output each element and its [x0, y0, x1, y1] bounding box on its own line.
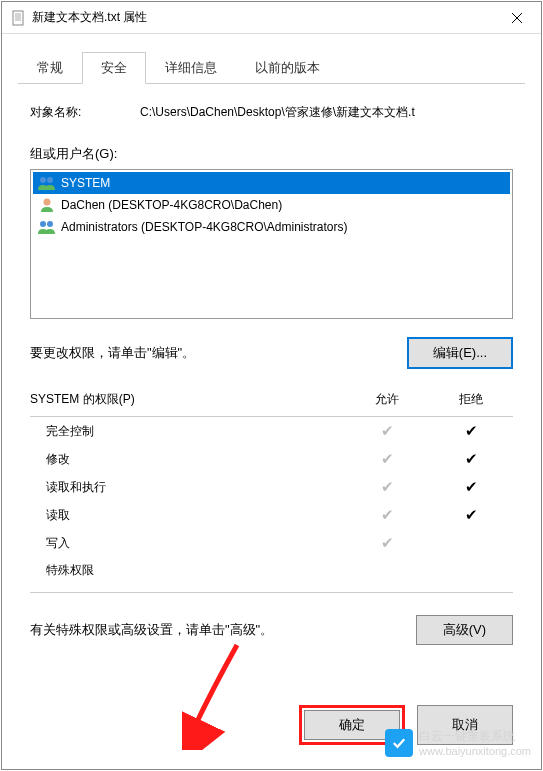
permission-row: 完全控制✔✔	[30, 417, 513, 445]
allow-column-header: 允许	[345, 391, 429, 408]
deny-mark: ✔	[429, 478, 513, 496]
titlebar: 新建文本文档.txt 属性	[2, 2, 541, 34]
dialog-buttons: 确定 取消	[2, 705, 541, 769]
permission-row: 写入✔	[30, 529, 513, 557]
tab-security[interactable]: 安全	[82, 52, 146, 84]
svg-point-10	[40, 221, 46, 227]
permissions-for-label: SYSTEM 的权限(P)	[30, 391, 345, 408]
users-icon	[37, 175, 57, 191]
groups-label: 组或用户名(G):	[30, 145, 513, 163]
permissions-header: SYSTEM 的权限(P) 允许 拒绝	[30, 391, 513, 408]
permission-name: 特殊权限	[46, 562, 345, 579]
advanced-row: 有关特殊权限或高级设置，请单击"高级"。 高级(V)	[30, 615, 513, 645]
divider	[30, 592, 513, 593]
deny-mark: ✔	[429, 422, 513, 440]
object-name-value: C:\Users\DaChen\Desktop\管家速修\新建文本文档.t	[140, 104, 513, 121]
users-icon	[37, 219, 57, 235]
permission-name: 完全控制	[46, 423, 345, 440]
svg-point-9	[44, 199, 51, 206]
object-name-label: 对象名称:	[30, 104, 140, 121]
deny-mark: ✔	[429, 450, 513, 468]
permission-name: 读取和执行	[46, 479, 345, 496]
list-item-label: DaChen (DESKTOP-4KG8CRO\DaChen)	[61, 198, 282, 212]
tab-content: 对象名称: C:\Users\DaChen\Desktop\管家速修\新建文本文…	[2, 84, 541, 705]
object-name-row: 对象名称: C:\Users\DaChen\Desktop\管家速修\新建文本文…	[30, 104, 513, 121]
annotation-highlight: 确定	[299, 705, 405, 745]
tab-general[interactable]: 常规	[18, 52, 82, 84]
list-item-label: SYSTEM	[61, 176, 110, 190]
permission-row: 读取和执行✔✔	[30, 473, 513, 501]
allow-mark: ✔	[345, 506, 429, 524]
permission-name: 修改	[46, 451, 345, 468]
allow-mark: ✔	[345, 478, 429, 496]
ok-button[interactable]: 确定	[304, 710, 400, 740]
list-item-label: Administrators (DESKTOP-4KG8CRO\Administ…	[61, 220, 348, 234]
tab-previous-versions[interactable]: 以前的版本	[236, 52, 339, 84]
window-title: 新建文本文档.txt 属性	[32, 9, 495, 26]
document-icon	[10, 10, 26, 26]
permission-name: 写入	[46, 535, 345, 552]
tabs: 常规 安全 详细信息 以前的版本	[2, 34, 541, 84]
close-button[interactable]	[495, 3, 539, 33]
list-item[interactable]: SYSTEM	[33, 172, 510, 194]
permissions-list: 完全控制✔✔修改✔✔读取和执行✔✔读取✔✔写入✔特殊权限	[30, 417, 513, 584]
svg-point-7	[40, 177, 46, 183]
permission-row: 特殊权限	[30, 557, 513, 584]
deny-column-header: 拒绝	[429, 391, 513, 408]
permission-row: 修改✔✔	[30, 445, 513, 473]
user-icon	[37, 197, 57, 213]
allow-mark: ✔	[345, 450, 429, 468]
allow-mark: ✔	[345, 534, 429, 552]
edit-hint-text: 要更改权限，请单击"编辑"。	[30, 344, 407, 362]
properties-dialog: 新建文本文档.txt 属性 常规 安全 详细信息 以前的版本 对象名称: C:\…	[1, 1, 542, 770]
groups-listbox[interactable]: SYSTEM DaChen (DESKTOP-4KG8CRO\DaChen) A…	[30, 169, 513, 319]
allow-mark: ✔	[345, 422, 429, 440]
svg-point-8	[47, 177, 53, 183]
list-item[interactable]: Administrators (DESKTOP-4KG8CRO\Administ…	[33, 216, 510, 238]
advanced-button[interactable]: 高级(V)	[416, 615, 513, 645]
permission-name: 读取	[46, 507, 345, 524]
edit-button[interactable]: 编辑(E)...	[407, 337, 513, 369]
list-item[interactable]: DaChen (DESKTOP-4KG8CRO\DaChen)	[33, 194, 510, 216]
cancel-button[interactable]: 取消	[417, 705, 513, 745]
tab-details[interactable]: 详细信息	[146, 52, 236, 84]
advanced-hint-text: 有关特殊权限或高级设置，请单击"高级"。	[30, 621, 416, 639]
permission-row: 读取✔✔	[30, 501, 513, 529]
edit-row: 要更改权限，请单击"编辑"。 编辑(E)...	[30, 337, 513, 369]
deny-mark: ✔	[429, 506, 513, 524]
svg-point-11	[47, 221, 53, 227]
